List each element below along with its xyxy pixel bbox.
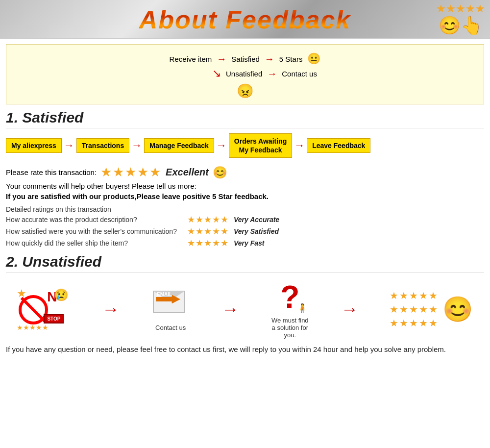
header-stars: ★★★★★ — [436, 2, 485, 15]
star-icons: ★★★★★ — [436, 2, 485, 15]
happy-emoji-intro: 😐 — [307, 52, 320, 65]
unsatisfied-visual-section: ★ ★★★★★ N 😢 STOP → EMAIL Co — [2, 279, 488, 339]
arrow-sep-1: → — [102, 300, 120, 318]
bottom-text: If you have any question or need, please… — [6, 344, 484, 355]
detail-stars-2: ★★★★★ — [187, 226, 229, 237]
excellent-label: Excellent — [166, 167, 209, 178]
rating-label: Please rate this transaction: — [6, 168, 97, 176]
big-stars-row1: ★★★★★ — [390, 290, 439, 301]
detail-q3: How quickly did the seller ship the item… — [6, 239, 182, 247]
step-arrow-2: → — [129, 139, 144, 152]
smile-emoji: 😊 — [213, 166, 227, 179]
arrow3: → — [267, 68, 277, 79]
unsatisfied-block4: ★★★★★ ★★★★★ ★★★★★ 😊 — [390, 290, 473, 329]
detail-stars-3: ★★★★★ — [187, 238, 229, 249]
section1-heading: 1. Satisfied — [6, 109, 484, 128]
detail-stars-1: ★★★★★ — [187, 214, 229, 225]
header-emoji: 😊👆 — [439, 15, 483, 36]
step-leave-feedback: Leave Feedback — [307, 138, 370, 153]
step-arrow-1: → — [62, 139, 76, 152]
satisfied-label: Satisfied — [231, 55, 260, 63]
page-title: About Feedback — [139, 5, 351, 34]
intro-box: Receive item → Satisfied → 5 Stars 😐 ↘ U… — [6, 44, 484, 104]
five-stars-label: 5 Stars — [279, 55, 303, 63]
step-arrow-3: → — [214, 139, 229, 152]
detail-q1: How accurate was the product description… — [6, 216, 182, 224]
steps-row: My aliexpress → Transactions → Manage Fe… — [6, 133, 484, 158]
step-transactions: Transactions — [76, 138, 129, 153]
step-orders-awaiting: Orders AwaitingMy Feedback — [229, 133, 292, 158]
detailed-section: Detailed ratings on this transaction How… — [6, 205, 484, 249]
page-header: About Feedback ★★★★★ 😊👆 — [0, 0, 490, 39]
detail-desc-1: Very Accurate — [234, 216, 279, 224]
section2-heading: 2. Unsatisfied — [6, 253, 484, 273]
step-my-aliexpress: My aliexpress — [6, 138, 62, 153]
sad-emoji-intro: 😠 — [237, 83, 254, 99]
arrow-sep-3: → — [341, 300, 359, 318]
unsatisfied-block2: EMAIL Contact us — [151, 287, 190, 331]
contact-us-label2: Contact us — [155, 324, 186, 331]
unsatisfied-block1: ★ ★★★★★ N 😢 STOP — [17, 287, 71, 331]
detail-row-3: How quickly did the seller ship the item… — [6, 238, 484, 249]
detail-desc-3: Very Fast — [234, 239, 265, 247]
detail-desc-2: Very Satisfied — [234, 227, 279, 235]
unsatisfied-block3: ? 🧍 We must find a solution for you. — [270, 279, 310, 339]
rating-row: Please rate this transaction: ★★★★★ Exce… — [6, 165, 484, 180]
step-arrow-4: → — [292, 139, 307, 152]
detailed-title: Detailed ratings on this transaction — [6, 205, 484, 213]
detail-row-2: How satisfied were you with the seller's… — [6, 226, 484, 237]
arrow1: → — [217, 53, 226, 65]
arrow2: → — [265, 53, 274, 65]
contact-us-intro: Contact us — [282, 70, 317, 78]
unsatisfied-label: Unsatisfied — [226, 70, 262, 78]
positive-text: If you are satisfied with our products,P… — [6, 192, 484, 200]
person-icon: 🧍 — [297, 303, 308, 314]
arrow-diag: ↘ — [212, 67, 221, 80]
rating-section: Please rate this transaction: ★★★★★ Exce… — [6, 165, 484, 200]
sad-face-icon: 😢 — [54, 288, 69, 302]
stop-sign: STOP — [44, 314, 64, 324]
detail-q2: How satisfied were you with the seller's… — [6, 227, 182, 235]
detail-row-1: How accurate was the product description… — [6, 214, 484, 225]
rating-stars: ★★★★★ — [100, 165, 162, 180]
step-manage-feedback: Manage Feedback — [144, 138, 214, 153]
arrow-sep-2: → — [221, 300, 239, 318]
receive-item-label: Receive item — [170, 55, 212, 63]
big-stars-row2: ★★★★★ — [390, 303, 439, 315]
solution-label: We must find a solution for you. — [271, 317, 309, 339]
big-stars-row3: ★★★★★ — [390, 317, 439, 329]
comment-text: Your comments will help other buyers! Pl… — [6, 182, 484, 190]
happy-face-big-icon: 😊 — [442, 295, 473, 324]
